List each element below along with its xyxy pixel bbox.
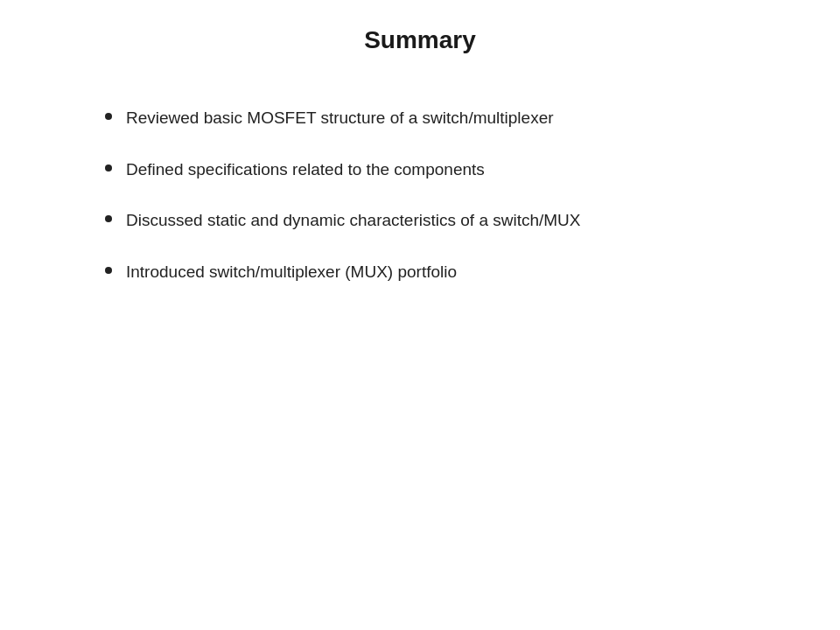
bullet-text: Reviewed basic MOSFET structure of a swi… xyxy=(126,107,554,130)
bullet-dot-icon xyxy=(105,215,112,222)
bullet-dot-icon xyxy=(105,267,112,274)
bullet-list: Reviewed basic MOSFET structure of a swi… xyxy=(105,107,788,312)
bullet-text: Defined specifications related to the co… xyxy=(126,158,485,182)
slide-title: Summary xyxy=(70,26,770,54)
bullet-dot-icon xyxy=(105,113,112,120)
list-item: Defined specifications related to the co… xyxy=(105,158,788,182)
slide-container: Summary Reviewed basic MOSFET structure … xyxy=(0,0,840,630)
list-item: Discussed static and dynamic characteris… xyxy=(105,209,788,233)
list-item: Reviewed basic MOSFET structure of a swi… xyxy=(105,107,788,130)
bullet-text: Discussed static and dynamic characteris… xyxy=(126,209,581,233)
bullet-dot-icon xyxy=(105,164,112,172)
list-item: Introduced switch/multiplexer (MUX) port… xyxy=(105,261,788,284)
bullet-text: Introduced switch/multiplexer (MUX) port… xyxy=(126,261,457,284)
